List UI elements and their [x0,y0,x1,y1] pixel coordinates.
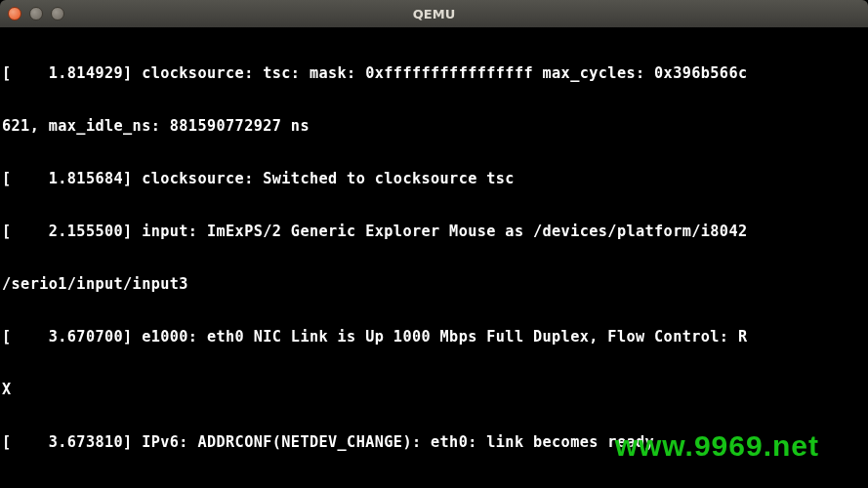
window-title: QEMU [0,7,868,21]
terminal-line: [ 1.814929] clocksource: tsc: mask: 0xff… [2,64,866,82]
maximize-icon[interactable] [51,7,64,20]
window-titlebar: QEMU [0,0,868,27]
terminal-line: [ 3.670700] e1000: eth0 NIC Link is Up 1… [2,328,866,346]
terminal-line: [ 1.815684] clocksource: Switched to clo… [2,170,866,187]
terminal-output[interactable]: [ 1.814929] clocksource: tsc: mask: 0xff… [0,27,868,488]
terminal-line: [ 3.673810] IPv6: ADDRCONF(NETDEV_CHANGE… [2,433,866,451]
terminal-line: [ 2.155500] input: ImExPS/2 Generic Expl… [2,223,866,240]
terminal-line: X [2,381,866,398]
terminal-line: /serio1/input/input3 [2,275,866,293]
minimize-icon[interactable] [29,7,43,20]
terminal-line: 621, max_idle_ns: 881590772927 ns [2,117,866,135]
window-button-group [8,7,64,20]
close-icon[interactable] [8,7,21,20]
